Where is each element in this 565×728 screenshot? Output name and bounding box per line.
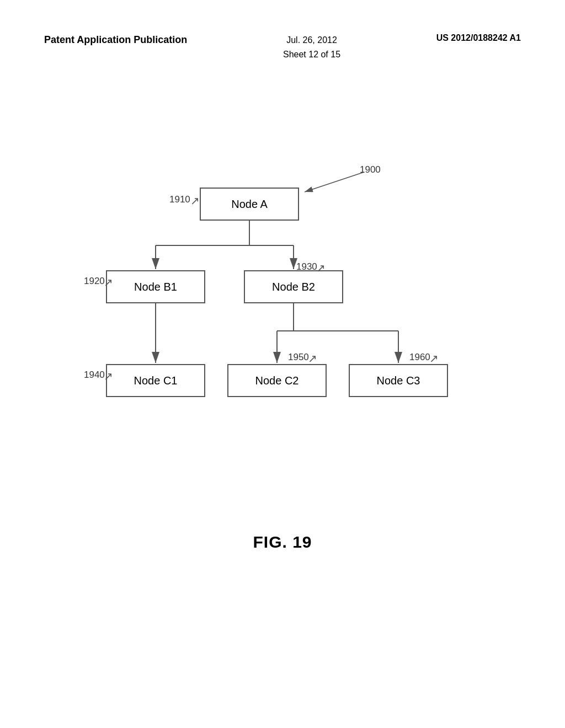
label-1950: 1950 xyxy=(288,352,309,363)
date-label: Jul. 26, 2012 xyxy=(286,35,337,45)
node-c2: Node C2 xyxy=(227,364,327,397)
label-1900: 1900 xyxy=(360,164,381,175)
label-1920: 1920 xyxy=(84,276,105,287)
label-1940: 1940 xyxy=(84,370,105,381)
publication-label: Patent Application Publication xyxy=(44,33,187,47)
node-c1-label: Node C1 xyxy=(134,374,178,387)
label-1930: 1930 xyxy=(296,261,317,272)
node-b2: Node B2 xyxy=(244,270,343,303)
page: Patent Application Publication Jul. 26, … xyxy=(0,0,565,728)
node-c3: Node C3 xyxy=(349,364,448,397)
node-c3-label: Node C3 xyxy=(377,374,420,387)
label-1960: 1960 xyxy=(409,352,430,363)
node-b2-label: Node B2 xyxy=(272,281,315,293)
node-b1-label: Node B1 xyxy=(134,281,177,293)
label-1910: 1910 xyxy=(169,194,190,205)
figure-caption: FIG. 19 xyxy=(253,533,312,552)
diagram-container: 1900 Node A 1910 ↗ Node B1 1920 ↗ Node B… xyxy=(89,154,476,463)
patent-number: US 2012/0188242 A1 xyxy=(436,33,521,43)
header: Patent Application Publication Jul. 26, … xyxy=(44,33,521,61)
node-c1: Node C1 xyxy=(106,364,205,397)
node-c2-label: Node C2 xyxy=(255,374,299,387)
sheet-label: Sheet 12 of 15 xyxy=(283,50,340,59)
sheet-info: Jul. 26, 2012 Sheet 12 of 15 xyxy=(283,33,340,61)
node-b1: Node B1 xyxy=(106,270,205,303)
node-a-label: Node A xyxy=(231,198,268,211)
svg-line-10 xyxy=(305,172,364,192)
node-a: Node A xyxy=(200,188,299,221)
